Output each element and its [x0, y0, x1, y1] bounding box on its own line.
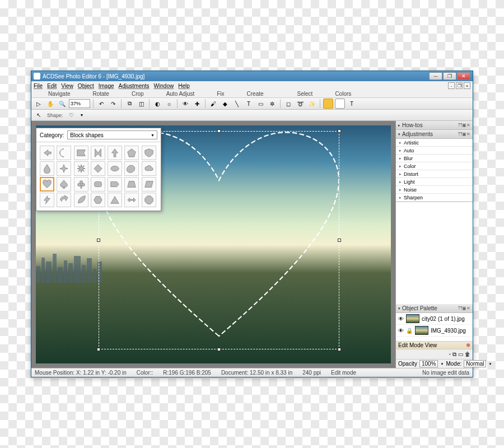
doc-minimize-button[interactable]: -	[448, 82, 455, 89]
resize-handle-mr[interactable]	[338, 239, 341, 242]
shape-trapezoid[interactable]	[124, 177, 139, 192]
shape-rounded-rect[interactable]	[91, 177, 105, 192]
line-tool-icon[interactable]: ╲	[232, 99, 242, 109]
adj-noise[interactable]: Noise	[396, 186, 473, 194]
shape-shield[interactable]	[142, 146, 156, 160]
object-palette-header[interactable]: ▾ Object Palette ⁇▣✕	[396, 304, 473, 313]
shape-blob[interactable]	[124, 161, 139, 176]
shape-parallelogram[interactable]	[142, 177, 156, 192]
menu-view[interactable]: View	[61, 83, 73, 89]
adj-auto[interactable]: Auto	[396, 147, 473, 155]
shape-star4[interactable]	[57, 161, 71, 176]
group-icon[interactable]: ▭	[458, 351, 463, 357]
rotate-right-icon[interactable]: ↷	[108, 99, 118, 109]
shape-pentagon[interactable]	[124, 146, 139, 160]
zoom-tool-icon[interactable]: 🔍	[57, 99, 67, 109]
menu-file[interactable]: File	[34, 83, 43, 89]
shape-triangle[interactable]	[108, 193, 122, 207]
visibility-icon[interactable]: 👁	[398, 316, 404, 322]
howtos-header[interactable]: ▸ How-tos ⁇▣✕	[396, 121, 473, 130]
hand-tool-icon[interactable]: ✋	[45, 99, 55, 109]
star-icon[interactable]: ✱	[466, 342, 470, 348]
adj-blur[interactable]: Blur	[396, 155, 473, 162]
shape-arrow-left[interactable]	[40, 146, 54, 160]
panel-controls-icon[interactable]: ⁇▣✕	[458, 123, 470, 128]
marquee-icon[interactable]: ◻	[283, 99, 293, 109]
text-tool-icon[interactable]: T	[244, 99, 254, 109]
mode-dropdown-arrow-icon[interactable]: ▼	[488, 362, 492, 366]
adj-distort[interactable]: Distort	[396, 170, 473, 178]
pointer-tool-icon[interactable]: ▷	[34, 99, 44, 109]
canvas[interactable]: Category: Block shapes ▼	[31, 121, 395, 368]
shape-diamond[interactable]	[91, 161, 105, 176]
titlebar[interactable]: ACDSee Photo Editor 6 - [IMG_4930.jpg] ─…	[31, 71, 473, 81]
opacity-dropdown-arrow-icon[interactable]: ▼	[440, 362, 444, 366]
stamp-icon[interactable]: ✲	[267, 99, 277, 109]
adj-color[interactable]: Color	[396, 162, 473, 170]
panel-controls-icon[interactable]: ⁇▣✕	[458, 132, 470, 137]
adj-light[interactable]: Light	[396, 178, 473, 186]
menu-window[interactable]: Window	[154, 83, 174, 89]
redeye-icon[interactable]: 👁	[180, 99, 190, 109]
panel-controls-icon[interactable]: ⁇▣✕	[458, 306, 470, 311]
shape-tag[interactable]	[108, 177, 122, 192]
shape-cloud[interactable]	[142, 161, 156, 176]
wand-icon[interactable]: ✨	[307, 99, 317, 109]
straighten-icon[interactable]: ◫	[136, 99, 146, 109]
current-shape-heart-icon[interactable]: ♡	[67, 110, 77, 120]
menu-object[interactable]: Object	[78, 83, 94, 89]
text-color-icon[interactable]: T	[347, 99, 357, 109]
shape-heart[interactable]	[40, 177, 54, 192]
shape-spade[interactable]	[57, 177, 71, 192]
shape-oval[interactable]	[108, 161, 122, 176]
lock-icon[interactable]: 🔒	[406, 328, 413, 334]
adj-sharpen[interactable]: Sharpen	[396, 194, 473, 202]
doc-restore-button[interactable]: ❐	[456, 82, 463, 89]
blend-mode-value[interactable]: Normal	[464, 360, 486, 367]
opacity-value[interactable]: 100%	[419, 360, 438, 367]
shape-octagon[interactable]	[142, 193, 156, 207]
menu-image[interactable]: Image	[99, 83, 114, 89]
doc-close-button[interactable]: ×	[464, 82, 470, 89]
shape-arrow-bent[interactable]	[57, 193, 71, 207]
category-dropdown[interactable]: Block shapes ▼	[67, 130, 157, 139]
resize-handle-tm[interactable]	[217, 129, 221, 133]
shape-lightning[interactable]	[40, 193, 54, 207]
visibility-icon[interactable]: 👁	[398, 328, 404, 334]
foreground-color-swatch[interactable]	[323, 99, 333, 109]
resize-handle-bm[interactable]	[217, 348, 221, 351]
delete-layer-icon[interactable]: 🗑	[465, 351, 470, 357]
shape-drop[interactable]	[40, 161, 54, 176]
shape-tool-icon[interactable]: ◆	[220, 99, 230, 109]
cursor-icon[interactable]: ↖	[34, 110, 44, 120]
shape-arrow-up[interactable]	[108, 146, 122, 160]
resize-handle-tr[interactable]	[338, 129, 341, 133]
auto-contrast-icon[interactable]: ☼	[164, 99, 174, 109]
adjustments-header[interactable]: ▾ Adjustments ⁇▣✕	[396, 130, 473, 139]
menu-help[interactable]: Help	[178, 83, 190, 89]
duplicate-layer-icon[interactable]: ⧉	[452, 351, 456, 358]
dropdown-arrow-icon[interactable]: ▼	[80, 113, 84, 117]
close-button[interactable]: ✕	[457, 72, 470, 80]
minimize-button[interactable]: ─	[429, 72, 442, 80]
shape-club[interactable]	[74, 177, 88, 192]
new-layer-icon[interactable]: ▫	[449, 351, 451, 357]
object-row[interactable]: 👁 city02 (1 of 1).jpg	[396, 313, 473, 325]
shape-leaf[interactable]	[74, 193, 88, 207]
frame-icon[interactable]: ▭	[255, 99, 265, 109]
menu-edit[interactable]: Edit	[47, 83, 57, 89]
resize-handle-bl[interactable]	[97, 348, 100, 351]
shape-banner[interactable]	[74, 146, 88, 160]
shape-burst[interactable]	[74, 161, 88, 176]
menu-adjustments[interactable]: Adjustments	[119, 83, 150, 89]
resize-handle-ml[interactable]	[97, 239, 100, 242]
background-color-swatch[interactable]	[335, 99, 345, 109]
auto-levels-icon[interactable]: ◐	[152, 99, 162, 109]
brush-icon[interactable]: 🖌	[208, 99, 218, 109]
maximize-button[interactable]: ❐	[443, 72, 456, 80]
shape-arrow-double[interactable]	[124, 193, 139, 207]
heal-icon[interactable]: ✚	[192, 99, 202, 109]
rotate-left-icon[interactable]: ↶	[96, 99, 106, 109]
crop-tool-icon[interactable]: ⧉	[124, 99, 134, 109]
lasso-icon[interactable]: ➰	[295, 99, 305, 109]
